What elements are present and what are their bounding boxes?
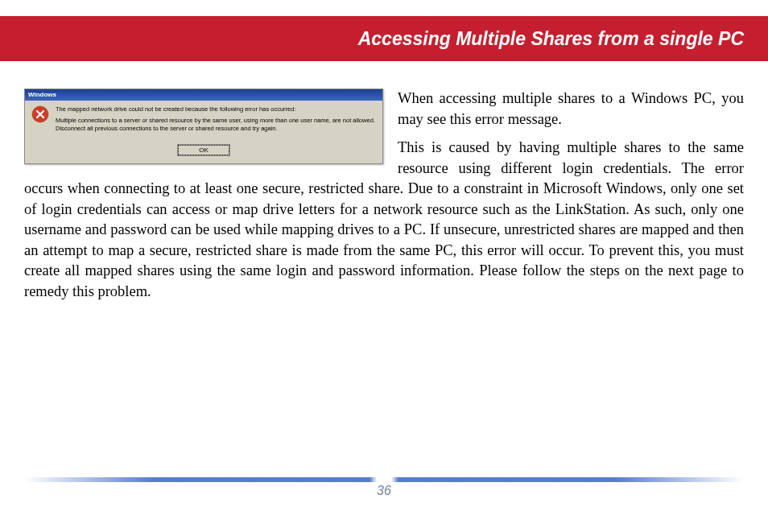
ok-button[interactable]: OK: [178, 145, 229, 155]
dialog-text: The mapped network drive could not be cr…: [56, 105, 376, 139]
dialog-message-line1: The mapped network drive could not be cr…: [56, 105, 376, 113]
footer-rule: [24, 477, 744, 482]
page-title: Accessing Multiple Shares from a single …: [358, 28, 744, 50]
page-number: 36: [377, 484, 391, 497]
footer: 36: [24, 477, 744, 500]
dialog-button-row: OK: [25, 141, 382, 163]
header-band: Accessing Multiple Shares from a single …: [0, 16, 768, 61]
paragraph-2-rest: The error occurs when connecting to at l…: [24, 160, 744, 299]
error-icon: [31, 105, 49, 123]
error-dialog-screenshot: Windows The mapped network drive could n…: [24, 89, 383, 164]
dialog-body: The mapped network drive could not be cr…: [25, 101, 382, 141]
dialog-titlebar: Windows: [25, 89, 382, 101]
windows-error-dialog: Windows The mapped network drive could n…: [24, 89, 383, 164]
dialog-message-line2: Multiple connections to a server or shar…: [56, 117, 376, 133]
content-area: Windows The mapped network drive could n…: [0, 61, 768, 310]
